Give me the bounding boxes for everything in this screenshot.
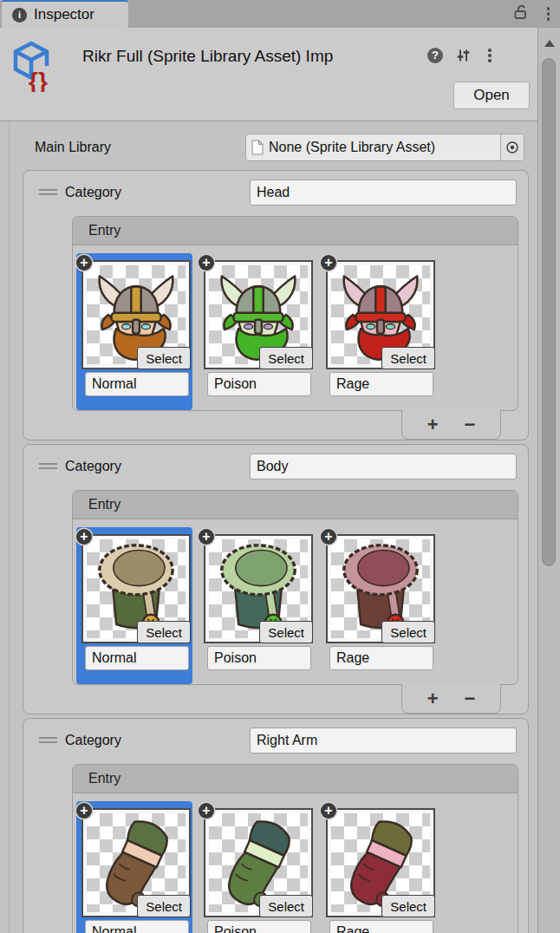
main-library-value: None (Sprite Library Asset) bbox=[269, 140, 500, 155]
drag-handle-icon[interactable] bbox=[39, 737, 57, 743]
entry-list: Entry + Select Normal + bbox=[72, 490, 518, 685]
select-button[interactable]: Select bbox=[381, 621, 435, 643]
category-name-field[interactable]: Head bbox=[250, 179, 517, 206]
tabbar-menu-kebab-icon[interactable] bbox=[547, 7, 550, 21]
entry-header: Entry bbox=[73, 765, 518, 793]
entry-list: Entry + Select Normal + bbox=[72, 216, 518, 411]
category-name-field[interactable]: Body bbox=[250, 453, 517, 480]
add-entry-button[interactable]: + bbox=[427, 689, 439, 708]
entry-name-field[interactable]: Poison bbox=[207, 920, 311, 933]
entry-name-field[interactable]: Rage bbox=[329, 372, 433, 396]
add-sprite-icon[interactable]: + bbox=[199, 803, 214, 819]
drag-handle-icon[interactable] bbox=[39, 463, 57, 469]
entry-name-field[interactable]: Normal bbox=[85, 372, 189, 396]
category-label: Category bbox=[65, 179, 121, 206]
entry-list-footer: + − bbox=[401, 410, 501, 440]
entry-cell-poison[interactable]: + Select Poison bbox=[199, 253, 315, 410]
asset-doc-icon bbox=[251, 140, 264, 155]
category-box-head: Category Head Entry + Select Normal bbox=[23, 170, 529, 440]
sprite-library-asset-icon: {} bbox=[10, 40, 52, 92]
add-sprite-icon[interactable]: + bbox=[199, 255, 214, 271]
tab-inspector[interactable]: i Inspector bbox=[2, 0, 128, 28]
inspector-window: i Inspector {} Rikr Full (Sprite Library… bbox=[0, 0, 560, 933]
unlock-icon[interactable] bbox=[511, 3, 530, 25]
select-button[interactable]: Select bbox=[137, 621, 191, 643]
select-button[interactable]: Select bbox=[259, 621, 313, 643]
entry-name-field[interactable]: Normal bbox=[85, 646, 189, 670]
tab-label: Inspector bbox=[34, 6, 94, 23]
drag-handle-icon[interactable] bbox=[39, 189, 57, 195]
add-sprite-icon[interactable]: + bbox=[321, 529, 336, 545]
entry-cell-normal[interactable]: + Select Normal bbox=[76, 527, 192, 684]
category-name-field[interactable]: Right Arm bbox=[250, 727, 517, 754]
sprite-thumbnail[interactable]: + Select bbox=[81, 534, 191, 643]
entry-header: Entry bbox=[73, 491, 518, 519]
tab-bar: i Inspector bbox=[0, 0, 560, 28]
select-button[interactable]: Select bbox=[259, 347, 313, 369]
remove-entry-button[interactable]: − bbox=[465, 415, 476, 434]
open-button[interactable]: Open bbox=[453, 82, 530, 109]
entry-cell-rage[interactable]: + Select Rage bbox=[321, 253, 437, 410]
sprite-thumbnail[interactable]: + Select bbox=[326, 808, 435, 917]
header-menu-kebab-icon[interactable] bbox=[488, 49, 492, 62]
info-icon: i bbox=[12, 8, 27, 23]
entry-cell-poison[interactable]: + Select Poison bbox=[199, 801, 315, 933]
add-sprite-icon[interactable]: + bbox=[76, 255, 92, 271]
entry-cell-normal[interactable]: + Select Normal bbox=[76, 801, 192, 933]
help-icon[interactable]: ? bbox=[427, 48, 443, 63]
entry-cell-rage[interactable]: + Select Rage bbox=[321, 801, 437, 933]
object-picker-icon[interactable] bbox=[500, 134, 524, 160]
scrollbar[interactable] bbox=[537, 28, 560, 933]
sprite-thumbnail[interactable]: + Select bbox=[326, 534, 435, 643]
presets-icon[interactable] bbox=[454, 47, 472, 68]
entry-cell-poison[interactable]: + Select Poison bbox=[199, 527, 315, 684]
remove-entry-button[interactable]: − bbox=[465, 689, 476, 708]
category-label: Category bbox=[65, 453, 121, 480]
add-sprite-icon[interactable]: + bbox=[321, 255, 336, 271]
select-button[interactable]: Select bbox=[381, 895, 435, 917]
add-sprite-icon[interactable]: + bbox=[76, 803, 92, 819]
sprite-thumbnail[interactable]: + Select bbox=[204, 534, 313, 643]
entry-header: Entry bbox=[73, 217, 518, 245]
inspector-content: Main Library None (Sprite Library Asset) bbox=[0, 121, 537, 933]
main-library-row: Main Library None (Sprite Library Asset) bbox=[0, 134, 537, 161]
select-button[interactable]: Select bbox=[137, 895, 191, 917]
content-left-divider bbox=[9, 121, 10, 933]
entry-list-footer: + − bbox=[401, 684, 501, 714]
add-entry-button[interactable]: + bbox=[427, 415, 439, 434]
entry-cell-rage[interactable]: + Select Rage bbox=[321, 527, 437, 684]
add-sprite-icon[interactable]: + bbox=[199, 529, 214, 545]
category-box-right-arm: Category Right Arm Entry + Select Normal bbox=[23, 718, 529, 933]
entry-name-field[interactable]: Poison bbox=[207, 372, 311, 396]
entry-name-field[interactable]: Normal bbox=[85, 920, 189, 933]
entry-name-field[interactable]: Poison bbox=[207, 646, 311, 670]
entry-list: Entry + Select Normal + bbox=[72, 764, 518, 933]
sprite-thumbnail[interactable]: + Select bbox=[204, 808, 313, 917]
asset-title: Rikr Full (Sprite Library Asset) Imp bbox=[82, 47, 422, 66]
sprite-thumbnail[interactable]: + Select bbox=[81, 808, 191, 917]
scrollbar-thumb[interactable] bbox=[542, 58, 556, 566]
main-library-label: Main Library bbox=[35, 134, 111, 161]
sprite-thumbnail[interactable]: + Select bbox=[81, 260, 191, 369]
sprite-thumbnail[interactable]: + Select bbox=[326, 260, 435, 369]
sprite-thumbnail[interactable]: + Select bbox=[204, 260, 313, 369]
inspector-header: {} Rikr Full (Sprite Library Asset) Imp … bbox=[0, 28, 537, 121]
entry-name-field[interactable]: Rage bbox=[329, 920, 433, 933]
svg-text:{}: {} bbox=[29, 68, 48, 92]
select-button[interactable]: Select bbox=[259, 895, 313, 917]
category-label: Category bbox=[65, 727, 121, 754]
scroll-up-arrow-icon[interactable] bbox=[544, 40, 555, 47]
select-button[interactable]: Select bbox=[137, 347, 191, 369]
add-sprite-icon[interactable]: + bbox=[321, 803, 336, 819]
entry-name-field[interactable]: Rage bbox=[329, 646, 433, 670]
main-library-object-field[interactable]: None (Sprite Library Asset) bbox=[245, 134, 524, 161]
add-sprite-icon[interactable]: + bbox=[76, 529, 92, 545]
select-button[interactable]: Select bbox=[381, 347, 435, 369]
entry-cell-normal[interactable]: + Select Normal bbox=[76, 253, 192, 410]
category-box-body: Category Body Entry + Select Normal bbox=[23, 444, 529, 714]
